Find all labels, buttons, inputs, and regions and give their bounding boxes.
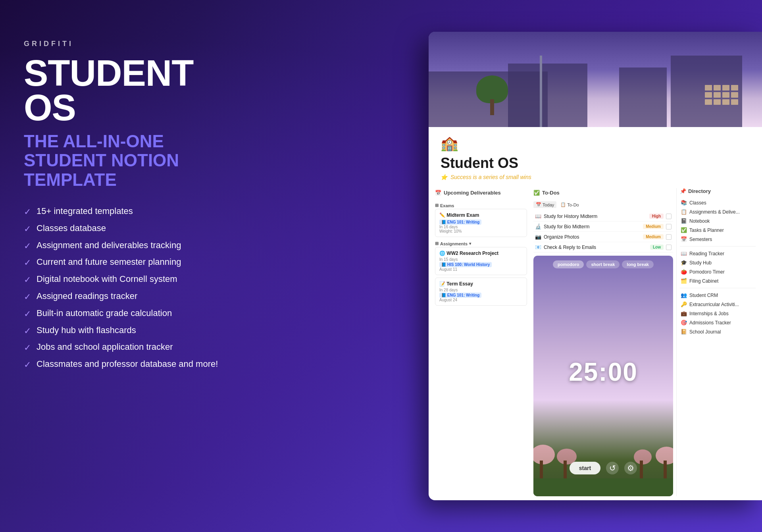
priority-badge-2: Medium — [643, 224, 664, 229]
long-break-button[interactable]: long break — [622, 260, 654, 268]
todo-icon-2: 🔬 — [535, 224, 541, 229]
dir-item-pomodoro[interactable]: 🍅 Pomodoro Timer — [680, 267, 756, 276]
deliverables-header: 📅 Upcoming Deliverables — [435, 188, 527, 197]
dir-item-internships[interactable]: 💼 Internships & Jobs — [680, 309, 756, 318]
page-icon: 🏫 — [441, 135, 750, 152]
grass-strip — [533, 478, 673, 496]
building-4 — [508, 64, 587, 127]
todo-checkbox-4[interactable] — [666, 245, 672, 250]
todo-icon-1: 📖 — [535, 213, 541, 219]
pomodoro-start-button[interactable]: start — [570, 462, 600, 474]
dir-item-journal[interactable]: 📔 School Journal — [680, 327, 756, 336]
dir-item-notebook[interactable]: 📓 Notebook — [680, 216, 756, 226]
check-icon: ✓ — [24, 291, 31, 303]
assignment-date-1: August 11 — [439, 267, 523, 272]
todo-text-1: Study for History Midterm — [544, 214, 647, 219]
assignments-section-label[interactable]: ⊞ Assignments ▾ — [435, 239, 527, 247]
assignment-tag-1: 📘 HIS 100: World History — [439, 262, 523, 267]
exam-tag: 📘 ENG 101: Writing — [439, 219, 523, 225]
window-cell — [731, 85, 738, 91]
assignment-title-1: 🌐 WW2 Research Project — [439, 251, 523, 256]
dir-item-extracurricular[interactable]: 🔑 Extracurricular Activiti... — [680, 300, 756, 309]
assignments-icon: 📋 — [681, 209, 687, 215]
todo-row-4: 📧 Check & Reply to Emails Low — [533, 242, 673, 253]
extracurricular-icon: 🔑 — [681, 301, 687, 307]
todo-checkbox-2[interactable] — [666, 224, 672, 229]
chevron-down-icon: ▾ — [469, 241, 471, 246]
window-cell — [722, 85, 729, 91]
anime-pole — [540, 56, 542, 127]
deliverables-header-icon: 📅 — [435, 190, 441, 196]
todo-checkbox-1[interactable] — [666, 214, 672, 219]
window-cell — [731, 92, 738, 98]
todo-checkbox-3[interactable] — [666, 234, 672, 240]
exam-card-1[interactable]: ✏️ Midterm Exam 📘 ENG 101: Writing In 16… — [435, 209, 527, 237]
assignment-card-1[interactable]: 🌐 WW2 Research Project In 15 days 📘 HIS … — [435, 247, 527, 275]
dir-item-classes[interactable]: 📚 Classes — [680, 198, 756, 207]
assignment-title-2: 📝 Term Essay — [439, 281, 523, 287]
dir-item-admissions[interactable]: 🎯 Admissions Tracker — [680, 318, 756, 327]
check-icon: ✓ — [24, 223, 31, 235]
anime-tree — [476, 75, 508, 115]
studyhub-icon: 🎓 — [681, 260, 687, 266]
dir-item-semesters[interactable]: 📅 Semesters — [680, 235, 756, 244]
list-icon: 📋 — [560, 202, 566, 207]
semesters-icon: 📅 — [681, 236, 687, 242]
todo-row-3: 📷 Organize Photos Medium — [533, 232, 673, 242]
dir-label-internships: Internships & Jobs — [689, 311, 729, 316]
todo-text-3: Organize Photos — [544, 234, 641, 240]
dir-item-reading[interactable]: 📖 Reading Tracker — [680, 249, 756, 258]
dir-label-filing: Filing Cabinet — [689, 278, 718, 284]
priority-badge-1: High — [649, 214, 664, 219]
todos-header-label: To-Dos — [542, 190, 560, 196]
dir-item-studyhub[interactable]: 🎓 Study Hub — [680, 258, 756, 267]
building-2 — [619, 67, 667, 127]
directory-header-icon: 📌 — [680, 188, 686, 194]
three-col-layout: 📅 Upcoming Deliverables ⊞ Exams ✏️ Midte… — [429, 184, 762, 500]
exams-icon: ⊞ — [435, 203, 439, 208]
short-break-button[interactable]: short break — [586, 260, 620, 268]
check-icon: ✓ — [24, 206, 31, 218]
tab-todo[interactable]: 📋 To-Do — [558, 201, 581, 208]
pomodoro-reset-button[interactable]: ↺ — [606, 462, 619, 474]
directory-column: 📌 Directory 📚 Classes 📋 Assignments & De… — [676, 188, 756, 496]
classes-icon: 📚 — [681, 200, 687, 206]
tasks-icon: ✅ — [681, 227, 687, 233]
feature-item: ✓ Classmates and professor database and … — [24, 358, 238, 371]
left-panel: GRIDFITI STUDENT OS THE ALL-IN-ONE STUDE… — [24, 40, 238, 371]
check-icon: ✓ — [24, 342, 31, 354]
assignment-card-2[interactable]: 📝 Term Essay In 28 days 📘 ENG 101: Writi… — [435, 278, 527, 306]
star-icon: ⭐ — [441, 174, 447, 180]
feature-item: ✓ Classes database — [24, 222, 238, 235]
assignment-days-2: In 28 days — [439, 288, 523, 292]
exams-section-label[interactable]: ⊞ Exams — [435, 201, 527, 209]
tab-today[interactable]: 📅 Today — [533, 201, 556, 208]
admissions-icon: 🎯 — [681, 320, 687, 326]
dir-item-filing[interactable]: 🗂️ Filing Cabinet — [680, 276, 756, 285]
check-icon: ✓ — [24, 359, 31, 371]
dir-item-tasks[interactable]: ✅ Tasks & Planner — [680, 226, 756, 235]
todos-section: ✅ To-Dos 📅 Today 📋 To-Do — [533, 188, 673, 253]
pomodoro-mode-button[interactable]: pomodoro — [553, 260, 584, 268]
dir-label-semesters: Semesters — [689, 237, 712, 242]
todo-icon-4: 📧 — [535, 244, 541, 250]
window-cell — [714, 99, 721, 105]
assignment-course-1: 📘 HIS 100: World History — [439, 262, 492, 267]
feature-item: ✓ Digital notebook with Cornell system — [24, 273, 238, 286]
pomodoro-timer: 25:00 — [569, 357, 638, 387]
pomodoro-section: pomodoro short break long break 25:00 st… — [533, 256, 673, 496]
notebook-icon: 📓 — [681, 218, 687, 224]
todo-text-4: Check & Reply to Emails — [544, 245, 648, 250]
window-cell — [714, 85, 721, 91]
window-cell — [705, 85, 712, 91]
assignment-date-2: August 24 — [439, 298, 523, 302]
dir-label-admissions: Admissions Tracker — [689, 320, 731, 326]
crm-icon: 👥 — [681, 292, 687, 298]
dir-label-pomodoro: Pomodoro Timer — [689, 269, 725, 275]
dir-item-assignments[interactable]: 📋 Assignments & Delive... — [680, 207, 756, 216]
directory-divider-2 — [680, 288, 756, 288]
pomodoro-settings-button[interactable]: ⚙ — [624, 462, 637, 474]
dir-item-crm[interactable]: 👥 Student CRM — [680, 291, 756, 300]
feature-item: ✓ Built-in automatic grade calculation — [24, 307, 238, 320]
gear-icon: ⚙ — [627, 463, 634, 473]
